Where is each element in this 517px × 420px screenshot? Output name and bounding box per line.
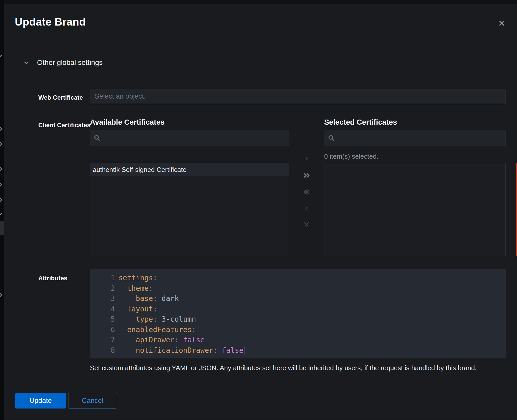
chevron-down-icon <box>24 60 29 64</box>
chevron-left-icon: ‹ <box>305 203 308 213</box>
remove-selected-button[interactable]: ‹ <box>302 200 311 216</box>
section-toggle-label: Other global settings <box>37 59 103 67</box>
line-number: 8 <box>90 345 115 356</box>
attributes-label: Attributes <box>38 275 67 282</box>
add-all-button[interactable]: » <box>302 166 311 183</box>
double-chevron-right-icon: » <box>303 168 310 182</box>
code-line: 6 enabledFeatures: <box>90 325 506 335</box>
search-icon <box>328 135 335 141</box>
page-behind-sidebar-strip <box>0 0 4 420</box>
web-certificate-label: Web Certificate <box>38 94 83 101</box>
text-cursor <box>244 346 244 355</box>
available-certificates-list: authentik Self-signed Certificate <box>90 163 289 256</box>
code-line: 7 apiDrawer: false <box>90 335 506 345</box>
clipped-chevron-icon <box>0 142 2 146</box>
chevron-right-icon: › <box>305 153 308 163</box>
selected-count-text: 0 item(s) selected. <box>324 153 378 160</box>
other-global-settings-toggle[interactable]: Other global settings <box>24 59 103 67</box>
page-title: Update Brand <box>15 16 86 28</box>
code-line: 4 layout: <box>90 304 506 314</box>
search-icon <box>94 135 100 141</box>
code-line: 3 base: dark <box>90 294 506 304</box>
line-number: 3 <box>90 294 115 304</box>
double-chevron-left-icon: « <box>303 184 310 198</box>
selected-certificates-heading: Selected Certificates <box>324 118 397 126</box>
dual-list-transfer-controls: ›»«‹✕ <box>302 150 311 233</box>
x-icon: ✕ <box>303 220 310 229</box>
clipped-chevron-icon <box>0 182 2 187</box>
remove-all-button[interactable]: « <box>302 183 311 200</box>
clipped-check-icon <box>0 212 2 217</box>
clipped-chevron-icon <box>0 167 2 171</box>
selected-search-input[interactable] <box>335 130 506 146</box>
client-certificates-label: Client Certificates <box>38 122 90 129</box>
update-button[interactable]: Update <box>15 393 66 409</box>
screen: Update Brand ✕ Other global settings Web… <box>0 0 517 420</box>
clipped-check-icon <box>0 54 2 58</box>
selected-certificates-list <box>324 163 506 256</box>
page-behind-top-strip <box>0 0 517 4</box>
web-certificate-input[interactable] <box>90 89 506 104</box>
attributes-code-editor[interactable]: 1settings:2 theme:3 base: dark4 layout:5… <box>90 269 506 358</box>
code-line: 5 type: 3-column <box>90 314 506 325</box>
line-number: 7 <box>90 335 115 345</box>
code-line: 2 theme: <box>90 283 506 294</box>
line-number: 2 <box>90 283 115 294</box>
line-number: 1 <box>90 273 115 283</box>
add-selected-button[interactable]: › <box>302 150 311 166</box>
attributes-help-text: Set custom attributes using YAML or JSON… <box>90 364 488 372</box>
clipped-active-nav-item <box>0 221 4 235</box>
code-line: 1settings: <box>90 273 506 283</box>
cancel-button[interactable]: Cancel <box>68 393 117 409</box>
clear-button[interactable]: ✕ <box>302 216 311 233</box>
list-item[interactable]: authentik Self-signed Certificate <box>90 163 289 176</box>
code-line: 8 notificationDrawer: false <box>90 345 506 356</box>
close-button[interactable]: ✕ <box>494 16 509 31</box>
clipped-chevron-icon <box>0 197 2 202</box>
line-number: 6 <box>90 325 115 335</box>
selected-search-box <box>324 130 506 146</box>
line-number: 4 <box>90 304 115 314</box>
available-search-box <box>90 130 289 146</box>
clipped-chevron-icon <box>0 126 2 131</box>
available-search-input[interactable] <box>100 130 289 146</box>
close-icon: ✕ <box>498 18 506 28</box>
available-certificates-heading: Available Certificates <box>90 118 165 126</box>
clipped-chevron-icon <box>0 293 2 297</box>
line-number: 5 <box>90 314 115 325</box>
update-brand-modal: Update Brand ✕ Other global settings Web… <box>4 4 517 420</box>
